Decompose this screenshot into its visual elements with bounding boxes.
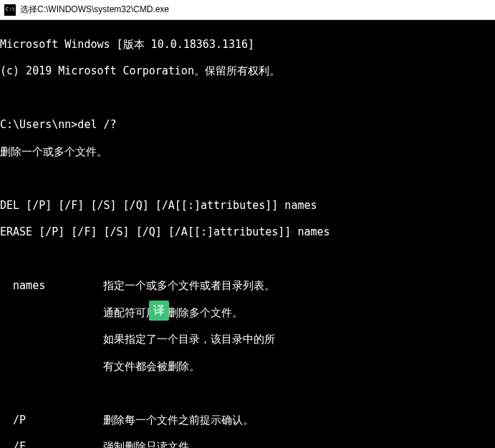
help-description: 删除一个或多个文件。 — [0, 145, 495, 159]
param-names-3: 如果指定了一个目录，该目录中的所 — [0, 333, 495, 346]
svg-text:C:\: C:\ — [6, 6, 15, 12]
option-p: /P 删除每一个文件之前提示确认。 — [0, 414, 495, 427]
syntax-erase: ERASE [/P] [/F] [/S] [/Q] [/A[[:]attribu… — [0, 225, 495, 239]
blank-line — [0, 253, 495, 266]
param-names-1: names 指定一个或多个文件或者目录列表。 — [0, 279, 495, 293]
translate-widget[interactable]: 译 — [149, 301, 169, 321]
cmd-icon: C:\ — [4, 4, 16, 16]
blank-line — [0, 386, 495, 400]
copyright-line: (c) 2019 Microsoft Corporation。保留所有权利。 — [0, 64, 495, 78]
blank-line — [0, 172, 495, 185]
window-title: 选择C:\WINDOWS\system32\CMD.exe — [20, 4, 169, 16]
option-f: /F 强制删除只读文件。 — [0, 440, 495, 448]
terminal-output[interactable]: Microsoft Windows [版本 10.0.18363.1316] (… — [0, 20, 495, 448]
param-names-2: 通配符可用来删除多个文件。 — [0, 306, 495, 320]
syntax-del: DEL [/P] [/F] [/S] [/Q] [/A[[:]attribute… — [0, 199, 495, 213]
translate-icon-label: 译 — [153, 303, 165, 318]
prompt-line-1: C:\Users\nn>del /? — [0, 118, 495, 132]
param-names-4: 有文件都会被删除。 — [0, 360, 495, 374]
window-titlebar: C:\ 选择C:\WINDOWS\system32\CMD.exe — [0, 0, 495, 20]
version-line: Microsoft Windows [版本 10.0.18363.1316] — [0, 38, 495, 52]
blank-line — [0, 92, 495, 105]
